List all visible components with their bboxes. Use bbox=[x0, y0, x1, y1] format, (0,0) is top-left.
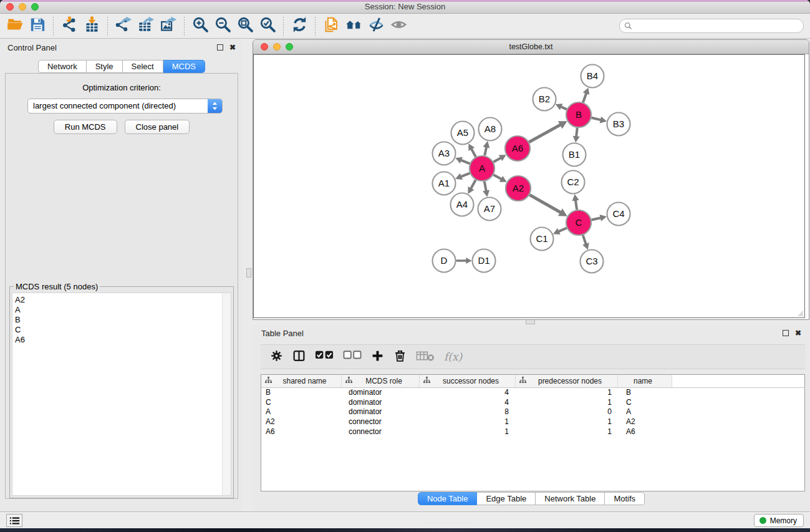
network-edge-C-C2[interactable] bbox=[572, 194, 579, 210]
cell-MCDS-role[interactable]: connector bbox=[342, 427, 420, 437]
cell-name[interactable]: A2 bbox=[618, 417, 672, 427]
tab-motifs[interactable]: Motifs bbox=[605, 492, 645, 505]
add-column-button[interactable] bbox=[371, 349, 384, 365]
mcds-result-item[interactable]: A bbox=[15, 305, 231, 315]
search-field[interactable] bbox=[619, 19, 804, 33]
new-network-from-selection-button[interactable] bbox=[320, 16, 342, 37]
network-edge-A-A2[interactable] bbox=[493, 175, 506, 182]
mcds-result-list[interactable]: A2ABCA6 bbox=[12, 293, 231, 496]
network-node-A3[interactable]: A3 bbox=[433, 142, 456, 165]
table-row[interactable]: Adominator80A bbox=[261, 407, 804, 417]
network-node-A2[interactable]: A2 bbox=[506, 176, 531, 201]
zoom-selected-button[interactable] bbox=[256, 16, 279, 37]
network-edge-A-A3[interactable] bbox=[455, 157, 470, 164]
network-edge-A-A7[interactable] bbox=[483, 181, 489, 197]
cell-MCDS-role[interactable]: connector bbox=[342, 417, 420, 427]
column-header-successor-nodes[interactable]: successor nodes bbox=[420, 375, 516, 387]
cell-shared-name[interactable]: A bbox=[261, 407, 342, 417]
cell-successor-nodes[interactable]: 4 bbox=[420, 398, 516, 408]
table-close-panel-icon[interactable]: ✖ bbox=[795, 330, 801, 336]
show-graphics-details-button[interactable] bbox=[387, 16, 410, 37]
save-session-button[interactable] bbox=[26, 16, 49, 37]
close-panel-icon[interactable]: ✖ bbox=[229, 44, 236, 51]
network-node-C[interactable]: C bbox=[566, 210, 591, 235]
delete-column-button[interactable] bbox=[393, 349, 407, 365]
network-edge-A-A4[interactable] bbox=[468, 180, 475, 194]
network-node-B1[interactable]: B1 bbox=[563, 143, 586, 167]
network-node-A4[interactable]: A4 bbox=[451, 193, 474, 216]
cell-predecessor-nodes[interactable]: 1 bbox=[516, 417, 618, 427]
cell-predecessor-nodes[interactable]: 0 bbox=[516, 407, 618, 417]
search-input[interactable] bbox=[632, 21, 803, 32]
select-all-columns-button[interactable] bbox=[315, 349, 334, 365]
network-node-B[interactable]: B bbox=[566, 102, 591, 127]
tab-select[interactable]: Select bbox=[123, 60, 163, 73]
network-edge-A2-C[interactable] bbox=[529, 195, 567, 216]
network-node-D[interactable]: D bbox=[433, 249, 456, 273]
network-edge-B-B3[interactable] bbox=[591, 117, 607, 123]
mcds-list-scrollbar[interactable] bbox=[222, 293, 231, 495]
zoom-in-button[interactable] bbox=[189, 16, 211, 37]
table-row[interactable]: Bdominator41B bbox=[261, 388, 804, 398]
table-row[interactable]: A2connector11A2 bbox=[261, 417, 804, 427]
network-edge-A-A5[interactable] bbox=[468, 143, 476, 157]
tab-network-table[interactable]: Network Table bbox=[536, 492, 605, 505]
network-edge-B-B4[interactable] bbox=[583, 87, 590, 102]
tab-node-table[interactable]: Node Table bbox=[418, 492, 478, 505]
network-node-C3[interactable]: C3 bbox=[581, 250, 604, 273]
network-edge-B-B1[interactable] bbox=[573, 128, 580, 143]
open-session-button[interactable] bbox=[4, 16, 26, 37]
network-node-A8[interactable]: A8 bbox=[479, 118, 502, 141]
import-network-button[interactable] bbox=[58, 16, 80, 37]
network-node-C2[interactable]: C2 bbox=[562, 171, 585, 194]
mcds-result-item[interactable]: A2 bbox=[15, 295, 231, 305]
apply-layout-refresh-button[interactable] bbox=[288, 16, 311, 37]
mcds-result-item[interactable]: C bbox=[15, 325, 231, 335]
network-node-D1[interactable]: D1 bbox=[473, 249, 496, 273]
cell-shared-name[interactable]: A6 bbox=[261, 427, 342, 437]
tab-style[interactable]: Style bbox=[87, 60, 123, 73]
cell-shared-name[interactable]: C bbox=[261, 398, 342, 408]
network-edge-A-A1[interactable] bbox=[455, 173, 470, 180]
network-node-A7[interactable]: A7 bbox=[478, 198, 501, 221]
float-panel-icon[interactable] bbox=[217, 44, 223, 51]
table-row[interactable]: Cdominator41C bbox=[261, 398, 804, 408]
criterion-dropdown[interactable]: largest connected component (directed) bbox=[27, 99, 223, 114]
tab-edge-table[interactable]: Edge Table bbox=[477, 492, 536, 505]
column-header-shared-name[interactable]: shared name bbox=[261, 375, 342, 387]
mcds-result-item[interactable]: B bbox=[15, 315, 231, 325]
cell-shared-name[interactable]: B bbox=[261, 388, 342, 398]
vertical-splitter-grip[interactable] bbox=[246, 268, 251, 278]
cell-name[interactable]: A6 bbox=[618, 427, 672, 437]
network-node-A5[interactable]: A5 bbox=[451, 122, 475, 145]
mcds-result-item[interactable]: A6 bbox=[15, 335, 231, 345]
cell-shared-name[interactable]: A2 bbox=[261, 417, 342, 427]
cell-predecessor-nodes[interactable]: 1 bbox=[516, 427, 618, 437]
toggle-graphics-details-button[interactable] bbox=[365, 16, 387, 37]
network-edge-C-C3[interactable] bbox=[582, 235, 589, 250]
network-edge-C-C4[interactable] bbox=[592, 215, 607, 221]
network-node-B4[interactable]: B4 bbox=[581, 65, 604, 88]
network-edge-A-A6[interactable] bbox=[493, 155, 506, 162]
cell-predecessor-nodes[interactable]: 1 bbox=[516, 388, 618, 398]
import-table-button[interactable] bbox=[80, 16, 103, 37]
cell-name[interactable]: A bbox=[618, 407, 672, 417]
table-settings-button[interactable] bbox=[270, 349, 283, 365]
cell-successor-nodes[interactable]: 1 bbox=[420, 417, 516, 427]
cell-MCDS-role[interactable]: dominator bbox=[342, 388, 420, 398]
network-node-A1[interactable]: A1 bbox=[433, 172, 456, 195]
deselect-all-columns-button[interactable] bbox=[343, 349, 362, 365]
cell-successor-nodes[interactable]: 8 bbox=[420, 407, 516, 417]
cell-name[interactable]: B bbox=[618, 388, 672, 398]
export-image-button[interactable] bbox=[157, 16, 180, 37]
cell-name[interactable]: C bbox=[618, 398, 672, 408]
close-panel-button[interactable]: Close panel bbox=[125, 120, 190, 134]
export-table-button[interactable] bbox=[135, 16, 157, 37]
cell-MCDS-role[interactable]: dominator bbox=[342, 398, 420, 408]
zoom-out-button[interactable] bbox=[211, 16, 234, 37]
network-node-B3[interactable]: B3 bbox=[607, 113, 630, 136]
cell-successor-nodes[interactable]: 4 bbox=[420, 388, 516, 398]
network-edge-D-D1[interactable] bbox=[456, 258, 472, 264]
tab-network[interactable]: Network bbox=[38, 60, 87, 73]
tab-mcds[interactable]: MCDS bbox=[163, 60, 205, 73]
